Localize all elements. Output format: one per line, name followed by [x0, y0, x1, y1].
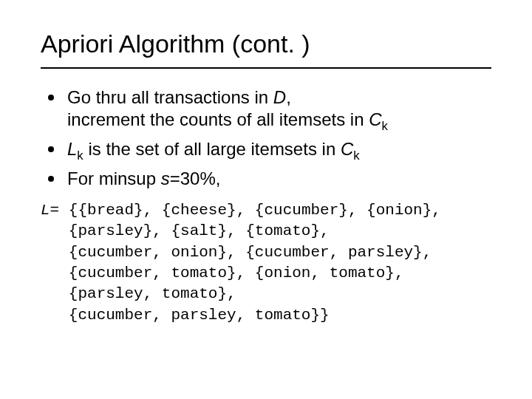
bullet-1-text-a: Go thru all transactions in [67, 87, 273, 107]
slide: Apriori Algorithm (cont. ) Go thru all t… [0, 0, 532, 399]
bullet-2-Ck-sub: k [353, 149, 359, 163]
bullet-1-line2-a: increment the counts of all itemsets in [67, 109, 369, 129]
slide-title: Apriori Algorithm (cont. ) [41, 30, 491, 58]
bullet-1-comma: , [286, 87, 291, 107]
mono-line-2: {parsley}, {salt}, {tomato}, [59, 222, 329, 239]
bullet-2-Lk-sub: k [77, 149, 83, 163]
mono-line-6: {cucumber, parsley, tomato}} [59, 307, 329, 324]
mono-line-1: {{bread}, {cheese}, {cucumber}, {onion}, [69, 202, 441, 219]
bullet-3-post: =30%, [170, 168, 221, 188]
mono-line-3: {cucumber, onion}, {cucumber, parsley}, [59, 244, 432, 261]
mono-line-5: {parsley, tomato}, [59, 285, 236, 302]
bullet-3-pre: For minsup [67, 168, 161, 188]
mono-line-4: {cucumber, tomato}, {onion, tomato}, [59, 265, 403, 282]
bullet-1-D: D [273, 87, 286, 107]
bullet-2: Lk is the set of all large itemsets in C… [41, 138, 491, 160]
bullet-2-L: L [67, 139, 77, 159]
mono-L: L [41, 202, 50, 219]
mono-eq: = [50, 202, 69, 219]
title-underline [41, 67, 491, 69]
bullet-1: Go thru all transactions in D, increment… [41, 86, 491, 131]
bullet-list: Go thru all transactions in D, increment… [41, 86, 491, 190]
bullet-2-mid: is the set of all large itemsets in [83, 139, 341, 159]
bullet-3-s: s [161, 168, 170, 188]
bullet-1-Ck-sub: k [382, 119, 388, 133]
bullet-3: For minsup s=30%, [41, 168, 491, 190]
bullet-1-C: C [369, 109, 381, 129]
bullet-2-C: C [341, 139, 353, 159]
itemsets-block: L= {{bread}, {cheese}, {cucumber}, {onio… [41, 200, 491, 326]
